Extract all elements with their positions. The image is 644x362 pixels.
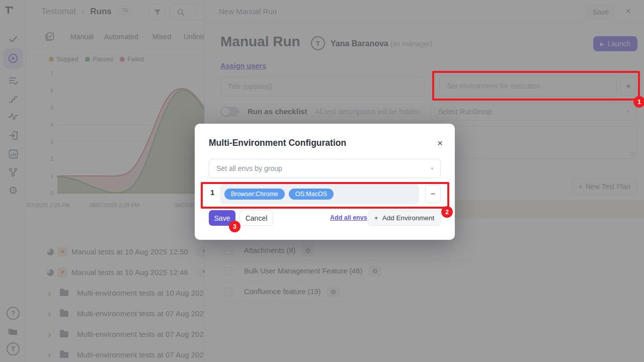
modal-close-icon[interactable]: × — [437, 138, 443, 149]
add-all-envs-link[interactable]: Add all envs — [330, 214, 367, 221]
annotation-box-1 — [432, 71, 640, 101]
add-environment-label: Add Environment — [382, 214, 435, 222]
annotation-badge-2: 2 — [441, 206, 453, 218]
chevron-down-icon: ▾ — [431, 166, 433, 171]
annotation-badge-3: 3 — [229, 221, 240, 232]
modal-cancel-button[interactable]: Cancel — [239, 210, 273, 226]
add-environment-row-button[interactable]: + Add Environment — [368, 210, 441, 226]
env-group-placeholder: Set all envs by group — [216, 164, 282, 172]
annotation-box-2 — [201, 182, 449, 209]
annotation-badge-1: 1 — [633, 96, 644, 108]
app-window: T' ⚙ ? — [0, 0, 644, 362]
plus-icon: + — [374, 214, 378, 222]
modal-title: Multi-Environment Configuration — [209, 138, 346, 148]
env-group-select[interactable]: Set all envs by group ▾ — [209, 159, 441, 178]
